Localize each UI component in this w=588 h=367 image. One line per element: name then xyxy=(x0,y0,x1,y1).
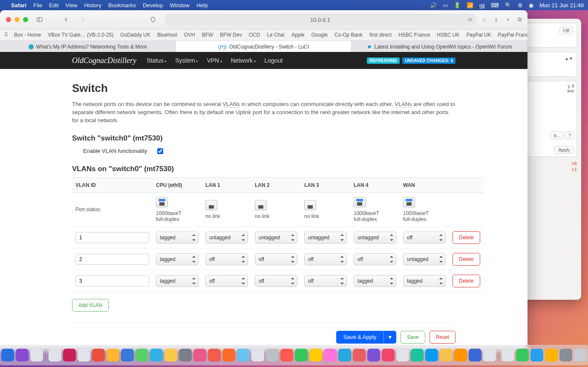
dock-app[interactable] xyxy=(16,349,29,361)
dock-app[interactable] xyxy=(237,349,250,361)
vlan-port-select[interactable]: off xyxy=(205,275,248,287)
dock-app[interactable] xyxy=(309,349,322,361)
vlan-port-select[interactable]: off xyxy=(403,232,446,244)
dock-app[interactable] xyxy=(135,349,148,361)
dock-app[interactable] xyxy=(164,349,177,361)
dock-app[interactable] xyxy=(425,349,438,361)
fav-15[interactable]: PayPal UK xyxy=(467,32,491,38)
save-apply-button[interactable]: Save & Apply xyxy=(336,331,383,344)
fav-12[interactable]: first direct xyxy=(369,32,392,38)
enable-vlan-checkbox[interactable] xyxy=(157,148,163,154)
menubar-clock[interactable]: Mon 21 Jun 21:49 xyxy=(539,2,584,9)
dock-app[interactable] xyxy=(469,349,481,361)
menu-help[interactable]: Help xyxy=(196,2,208,9)
new-tab-icon[interactable]: ＋ xyxy=(505,16,511,23)
dock-app[interactable] xyxy=(30,349,43,361)
vlan-port-select[interactable]: off xyxy=(354,253,396,265)
vlan-id-input[interactable] xyxy=(75,232,149,243)
add-vlan-button[interactable]: Add VLAN xyxy=(72,299,109,312)
dock-app[interactable] xyxy=(353,349,366,361)
dock-app[interactable] xyxy=(483,349,496,361)
menu-view[interactable]: View xyxy=(66,2,78,9)
bg-off-button[interactable]: Off xyxy=(559,27,573,34)
vlan-port-select[interactable]: untagged xyxy=(354,232,396,244)
vlan-port-select[interactable]: untagged xyxy=(255,232,297,244)
dock-app[interactable] xyxy=(251,349,264,361)
wifi-icon[interactable]: 📶 xyxy=(467,2,473,9)
tab-1[interactable]: ((•))OldCognacDistillery - Switch - LuCI xyxy=(176,41,352,53)
menubar-app[interactable]: Safari xyxy=(11,2,26,9)
forward-button[interactable] xyxy=(78,15,89,24)
fav-16[interactable]: PayPal France xyxy=(498,32,527,38)
nav-network[interactable]: Network xyxy=(231,57,256,64)
dock-app[interactable] xyxy=(530,349,543,361)
share-icon[interactable]: ⇪ xyxy=(494,17,499,23)
nav-vpn[interactable]: VPN xyxy=(207,57,222,64)
menubar-user[interactable]: gjj xyxy=(479,2,485,9)
vlan-port-select[interactable]: off xyxy=(255,275,297,287)
nav-logout[interactable]: Logout xyxy=(265,57,283,64)
fav-6[interactable]: BFW Dev xyxy=(220,32,242,38)
url-bar[interactable]: 10.0.0.1 ⟳ xyxy=(164,14,476,26)
menu-develop[interactable]: Develop xyxy=(143,2,163,9)
volume-icon[interactable]: 🔊 xyxy=(430,2,437,9)
save-apply-caret[interactable]: ▼ xyxy=(383,331,396,344)
menu-history[interactable]: History xyxy=(84,2,101,9)
dock-app[interactable] xyxy=(78,349,90,361)
dock-app[interactable] xyxy=(382,349,395,361)
dock-app[interactable] xyxy=(121,349,134,361)
vlan-port-select[interactable]: tagged xyxy=(354,275,396,287)
menu-file[interactable]: File xyxy=(33,2,42,9)
dock-app[interactable] xyxy=(559,349,572,361)
dock-app[interactable] xyxy=(49,349,61,361)
fav-10[interactable]: Google xyxy=(311,32,328,38)
dock-app[interactable] xyxy=(150,349,163,361)
save-button[interactable]: Save xyxy=(401,331,425,344)
dock-app[interactable] xyxy=(266,349,279,361)
vlan-port-select[interactable]: untagged xyxy=(304,232,347,244)
dock-app[interactable] xyxy=(396,349,409,361)
tab-2[interactable]: Latest Installing and Using OpenWrt topi… xyxy=(352,41,527,53)
fav-3[interactable]: Bluehost xyxy=(157,32,177,38)
shield-icon[interactable] xyxy=(147,15,159,24)
dock-app[interactable] xyxy=(440,349,453,361)
dock-app[interactable] xyxy=(92,349,105,361)
dock-app[interactable] xyxy=(574,349,587,361)
control-icon[interactable]: ▭ xyxy=(443,2,448,9)
window-controls[interactable] xyxy=(6,17,28,22)
fav-1[interactable]: VBox TV Gate… (VB-2.0-25) xyxy=(48,32,113,38)
vlan-port-select[interactable]: off xyxy=(255,253,297,265)
bg-apply-button[interactable]: Apply xyxy=(554,146,574,154)
back-button[interactable] xyxy=(61,15,72,24)
tab-0[interactable]: What's My IP Address? Networking Tools &… xyxy=(0,41,176,53)
dock-app[interactable] xyxy=(516,349,529,361)
vlan-port-select[interactable]: off xyxy=(304,253,347,265)
vlan-port-select[interactable]: off xyxy=(205,253,248,265)
dock-app[interactable] xyxy=(545,349,558,361)
reload-icon[interactable]: ⟳ xyxy=(468,17,473,23)
vlan-port-select[interactable]: tagged xyxy=(403,275,446,287)
nav-status[interactable]: Status xyxy=(147,57,167,64)
reset-button[interactable]: Reset xyxy=(429,331,455,344)
fav-7[interactable]: OCD xyxy=(249,32,260,38)
delete-button[interactable]: Delete xyxy=(453,231,480,244)
fav-5[interactable]: BFW xyxy=(202,32,213,38)
luci-brand[interactable]: OldCognacDistillery xyxy=(72,56,136,65)
dock-app[interactable] xyxy=(454,349,467,361)
vlan-port-select[interactable]: untagged xyxy=(205,232,248,244)
dock-app[interactable] xyxy=(280,349,293,361)
dock-app[interactable] xyxy=(338,349,351,361)
menu-window[interactable]: Window xyxy=(170,2,190,9)
nav-system[interactable]: System xyxy=(175,57,198,64)
vlan-port-select[interactable]: tagged xyxy=(156,275,199,287)
fav-grid-icon[interactable]: ⠿ xyxy=(4,32,7,38)
fav-4[interactable]: OVH xyxy=(184,32,195,38)
dock-app[interactable] xyxy=(367,349,380,361)
fav-2[interactable]: GoDaddy UK xyxy=(120,32,150,38)
dock-app[interactable] xyxy=(411,349,424,361)
siri-icon[interactable]: ◉ xyxy=(529,2,533,9)
fav-8[interactable]: Le Chai xyxy=(267,32,284,38)
keyboard-icon[interactable]: ⌨︎ xyxy=(491,2,499,9)
dock[interactable] xyxy=(0,345,588,365)
dock-app[interactable] xyxy=(63,349,76,361)
